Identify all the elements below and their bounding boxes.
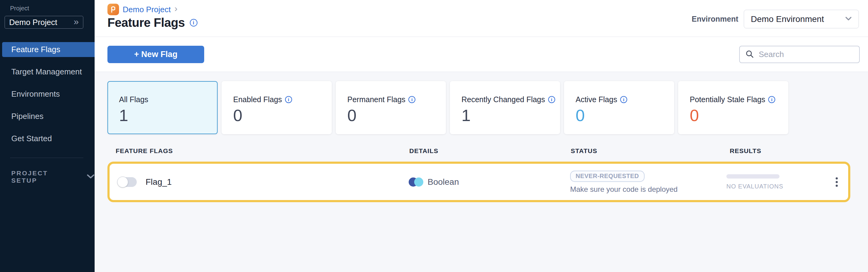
- card-active-flags[interactable]: Active Flagsi 0: [564, 81, 674, 134]
- breadcrumb: Demo Project ›: [107, 4, 178, 15]
- new-flag-button[interactable]: + New Flag: [107, 46, 204, 63]
- card-value: 1: [119, 107, 206, 124]
- card-label: Recently Changed Flags: [462, 95, 545, 104]
- environment-select[interactable]: Demo Environment: [744, 10, 859, 28]
- breadcrumb-chevron-icon: ›: [175, 4, 178, 13]
- card-value: 0: [576, 107, 662, 124]
- flag-results: NO EVALUATIONS: [726, 174, 783, 190]
- feature-flags-app-icon: [107, 4, 119, 15]
- flag-name[interactable]: Flag_1: [146, 177, 172, 187]
- card-label: Permanent Flags: [347, 95, 405, 104]
- chevron-down-icon: [87, 174, 95, 180]
- column-header-status: STATUS: [571, 147, 597, 155]
- status-message: Make sure your code is deployed: [570, 185, 678, 193]
- card-label: Active Flags: [576, 95, 617, 104]
- card-value: 1: [462, 107, 549, 124]
- project-label: Project: [10, 5, 29, 12]
- page-header: Demo Project › Feature Flags i Environme…: [95, 0, 868, 37]
- results-placeholder-bar: [726, 174, 779, 178]
- sidebar-item-pipelines[interactable]: Pipelines: [2, 109, 95, 124]
- info-icon[interactable]: i: [285, 96, 292, 103]
- card-label: Enabled Flags: [233, 95, 282, 104]
- main-content: All Flags 1 Enabled Flagsi 0 Permanent F…: [95, 72, 868, 272]
- chevron-down-icon: [845, 16, 852, 22]
- info-icon[interactable]: i: [768, 96, 775, 103]
- summary-cards: All Flags 1 Enabled Flagsi 0 Permanent F…: [107, 81, 788, 134]
- boolean-icon: [409, 177, 423, 186]
- flag-type-label: Boolean: [428, 177, 459, 187]
- sidebar: Project Demo Project » Feature Flags Tar…: [0, 0, 95, 272]
- feature-flags-page: Project Demo Project » Feature Flags Tar…: [0, 0, 868, 272]
- project-setup-section[interactable]: PROJECT SETUP: [11, 170, 95, 184]
- card-permanent-flags[interactable]: Permanent Flagsi 0: [336, 81, 446, 134]
- title-info-icon[interactable]: i: [190, 19, 197, 27]
- project-selector[interactable]: Demo Project »: [5, 16, 83, 29]
- results-label: NO EVALUATIONS: [726, 183, 783, 190]
- flag-status: NEVER-REQUESTED Make sure your code is d…: [570, 170, 678, 193]
- card-enabled-flags[interactable]: Enabled Flagsi 0: [222, 81, 332, 134]
- card-potentially-stale-flags[interactable]: Potentially Stale Flagsi 0: [678, 81, 788, 134]
- toolbar: + New Flag: [95, 37, 868, 72]
- card-label: Potentially Stale Flags: [690, 95, 765, 104]
- row-menu-kebab-icon[interactable]: [834, 175, 840, 189]
- environment-value: Demo Environment: [751, 14, 845, 24]
- project-name: Demo Project: [9, 18, 73, 27]
- info-icon[interactable]: i: [408, 96, 415, 103]
- sidebar-divider: [10, 158, 83, 158]
- flag-type: Boolean: [409, 177, 459, 187]
- breadcrumb-project-link[interactable]: Demo Project: [123, 5, 171, 14]
- column-header-details: DETAILS: [409, 147, 438, 155]
- info-icon[interactable]: i: [620, 96, 627, 103]
- page-title: Feature Flags: [107, 16, 185, 30]
- card-value: 0: [690, 107, 777, 124]
- column-header-results: RESULTS: [730, 147, 761, 155]
- flag-toggle[interactable]: [118, 177, 137, 187]
- project-setup-label: PROJECT SETUP: [11, 170, 75, 184]
- sidebar-item-environments[interactable]: Environments: [2, 87, 95, 102]
- toggle-knob: [117, 176, 128, 188]
- search-icon: [745, 50, 754, 60]
- environment-picker: Environment Demo Environment: [691, 10, 859, 28]
- card-recently-changed-flags[interactable]: Recently Changed Flagsi 1: [450, 81, 560, 134]
- environment-label: Environment: [691, 14, 738, 24]
- sidebar-item-target-management[interactable]: Target Management: [2, 64, 95, 79]
- sidebar-nav: Feature Flags Target Management Environm…: [0, 42, 95, 154]
- search-input[interactable]: [758, 49, 862, 60]
- table-row-flag-1[interactable]: Flag_1 Boolean NEVER-REQUESTED Make sure…: [107, 162, 850, 202]
- column-header-feature-flags: FEATURE FLAGS: [116, 147, 173, 155]
- double-chevron-right-icon[interactable]: »: [73, 17, 79, 26]
- card-label: All Flags: [119, 95, 148, 104]
- sidebar-item-feature-flags[interactable]: Feature Flags: [2, 42, 95, 57]
- card-value: 0: [347, 107, 434, 124]
- card-value: 0: [233, 107, 320, 124]
- card-all-flags[interactable]: All Flags 1: [107, 81, 218, 134]
- sidebar-item-get-started[interactable]: Get Started: [2, 131, 95, 146]
- info-icon[interactable]: i: [548, 96, 555, 103]
- search-box: [739, 46, 860, 63]
- status-badge: NEVER-REQUESTED: [570, 170, 645, 182]
- title-row: Feature Flags i: [107, 16, 197, 30]
